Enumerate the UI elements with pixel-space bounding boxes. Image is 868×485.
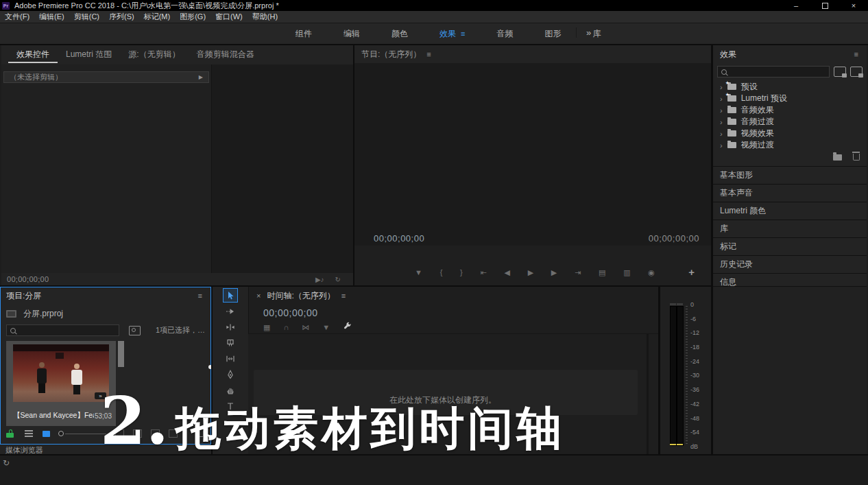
timeline-panel-menu-icon[interactable]: ≡ [341,292,346,300]
chevron-right-icon[interactable]: › [720,106,723,115]
button-editor-plus-icon[interactable]: + [688,266,695,278]
clear-icon[interactable] [197,430,204,437]
play-in-to-out-icon[interactable]: ▶♪ [315,276,324,283]
ripple-edit-tool[interactable] [223,320,238,334]
slip-tool[interactable] [223,351,238,366]
workspace-tab[interactable]: 编辑 ≡ [328,28,376,40]
effects-folder-row[interactable]: › 音频过渡 [714,116,865,128]
new-item-icon[interactable] [169,429,178,438]
loop-icon[interactable]: ↻ [335,276,341,283]
settings-wrench-icon[interactable] [343,321,352,333]
menu-item[interactable]: 窗口(W) [210,12,248,22]
menu-item[interactable]: 编辑(E) [34,12,69,22]
menu-item[interactable]: 图形(G) [175,12,210,22]
program-panel-menu-icon[interactable]: ≡ [426,50,431,58]
gutter[interactable] [711,45,713,454]
play-icon[interactable]: ▶ [528,268,533,277]
menu-item[interactable]: 文件(F) [0,12,34,22]
program-current-timecode[interactable]: 00;00;00;00 [374,233,424,244]
creative-cloud-sync-icon[interactable]: ↻ [3,458,10,468]
effects-panel-title[interactable]: 效果 [720,49,736,60]
effects-search-input[interactable] [717,66,830,78]
clip-name[interactable]: 【Sean and Kaycee】Featu... [13,411,94,421]
panel-tab[interactable]: 音频剪辑混合器 ≡ [189,45,263,63]
project-file-name[interactable]: 分屏.prproj [23,308,63,320]
collapsed-panel-header[interactable]: 库 [713,220,867,237]
zoom-slider-knob[interactable] [58,431,64,436]
icon-view-icon[interactable] [43,431,50,437]
collapsed-panel-header[interactable]: 基本图形 [713,166,867,184]
add-marker-icon[interactable]: ▼ [415,268,422,277]
effects-folder-row[interactable]: › Lumetri 预设 [714,93,865,104]
extract-icon[interactable]: ▥ [623,268,630,277]
timeline-drop-zone[interactable]: 在此处放下媒体以创建序列。 [248,333,658,454]
effects-folder-row[interactable]: › 视频效果 [714,128,865,139]
panel-tab[interactable]: 源:（无剪辑） ≡ [120,45,188,63]
clip-thumbnail[interactable]: » [13,344,109,402]
collapsed-panel-header[interactable]: 历史记录 [713,255,867,273]
list-view-icon[interactable] [25,430,33,437]
clip-item[interactable]: » 【Sean and Kaycee】Featu... 53;03 [6,341,116,426]
no-clip-selected-bar[interactable]: （未选择剪辑） ▶ [3,71,209,83]
linked-selection-icon[interactable]: ⋈ [302,323,309,332]
chevron-right-icon[interactable]: › [720,118,723,126]
timeline-scrollbar[interactable] [647,334,649,454]
delete-custom-item-icon[interactable] [853,154,860,161]
timeline-timecode[interactable]: 00;00;00;00 [263,307,317,318]
razor-tool[interactable] [223,335,238,350]
panel-tab[interactable]: Lumetri 范围 ≡ [58,45,120,63]
mark-in-icon[interactable]: { [440,268,443,277]
project-tab[interactable]: 项目:分屏 [6,290,41,302]
type-tool[interactable] [223,399,238,413]
effects-folder-row[interactable]: › 预设 [714,81,865,93]
find-icon[interactable] [133,429,142,438]
accelerated-effects-filter-icon[interactable] [834,67,846,77]
effects-folder-row[interactable]: › 音频效果 [714,104,865,116]
expand-arrow-icon[interactable]: ▶ [199,74,203,80]
step-back-icon[interactable]: ◀ [504,268,509,277]
restore-button[interactable] [810,0,839,11]
go-to-out-icon[interactable]: ⇥ [575,268,581,277]
hand-tool[interactable] [223,383,238,397]
menu-item[interactable]: 标记(M) [139,12,176,22]
workspace-tab[interactable]: 颜色 ≡ [376,28,424,40]
track-select-forward-tool[interactable] [223,304,238,318]
effects-folder-row[interactable]: › 视频过渡 [714,139,865,151]
panel-tab[interactable]: 效果控件 ≡ [8,45,58,63]
effect-controls-timecode[interactable]: 00;00;00;00 [7,275,49,283]
minimize-button[interactable]: – [782,0,810,11]
menu-item[interactable]: 剪辑(C) [69,12,104,22]
32bit-color-filter-icon[interactable] [850,67,863,77]
collapsed-panel-header[interactable]: 基本声音 [713,184,867,202]
project-search-input[interactable] [6,324,119,336]
gutter[interactable] [211,287,213,454]
workspace-tab[interactable]: 效果 ≡ [424,28,481,40]
nest-sequence-icon[interactable]: ▦ [263,323,270,332]
step-forward-icon[interactable]: ▶ [551,268,557,277]
selection-tool[interactable] [223,288,238,303]
timeline-tab[interactable]: 时间轴:（无序列） [267,290,335,302]
marker-icon[interactable]: ▼ [322,323,330,331]
gutter[interactable] [353,45,354,285]
workspace-overflow-button[interactable]: » [576,27,601,38]
workspace-tab-menu-icon[interactable]: ≡ [461,29,465,38]
program-tab[interactable]: 节目:（无序列） [361,49,421,60]
new-bin-icon[interactable] [151,429,160,438]
menu-item[interactable]: 序列(S) [104,12,139,22]
menu-item[interactable]: 帮助(H) [248,12,282,22]
close-panel-icon[interactable]: × [256,292,261,300]
zoom-slider[interactable] [58,430,106,437]
workspace-tab[interactable]: 音频 ≡ [481,28,529,40]
project-writable-icon[interactable] [6,433,14,438]
pen-tool[interactable] [223,367,238,381]
workspace-tab[interactable]: 图形 ≡ [529,28,577,40]
export-frame-icon[interactable]: ◉ [648,268,655,277]
new-custom-bin-icon[interactable] [833,154,842,161]
project-scrollbar-thumb[interactable] [118,341,124,367]
gutter[interactable] [658,287,660,454]
search-bin-icon[interactable] [129,326,141,335]
chevron-right-icon[interactable]: › [720,130,723,138]
effects-panel-menu-icon[interactable]: ≡ [854,50,858,58]
lift-icon[interactable]: ▤ [599,268,605,277]
gutter[interactable] [0,285,711,287]
